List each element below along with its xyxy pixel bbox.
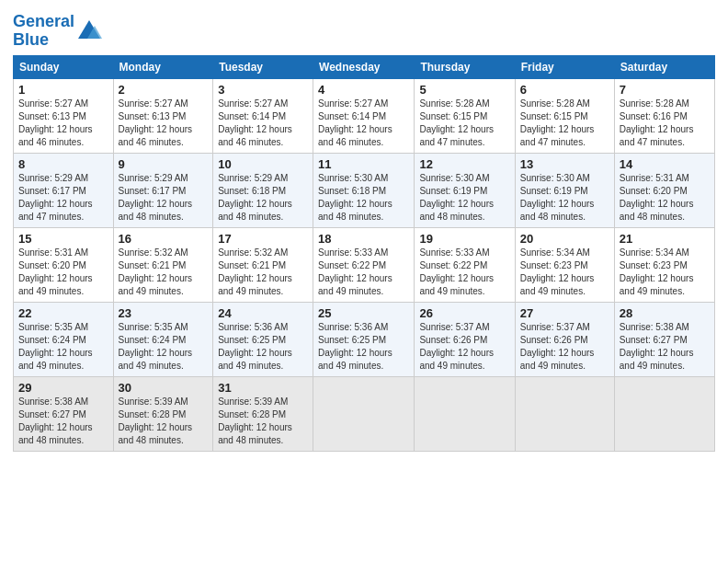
day-number: 5 [419, 83, 509, 97]
table-row: 23 Sunrise: 5:35 AM Sunset: 6:24 PM Dayl… [113, 302, 213, 376]
day-info: Sunrise: 5:32 AM Sunset: 6:21 PM Dayligh… [218, 247, 308, 298]
day-info: Sunrise: 5:33 AM Sunset: 6:22 PM Dayligh… [318, 247, 409, 298]
table-row: 31 Sunrise: 5:39 AM Sunset: 6:28 PM Dayl… [213, 376, 313, 451]
day-number: 9 [119, 157, 209, 171]
table-row: 25 Sunrise: 5:36 AM Sunset: 6:25 PM Dayl… [313, 302, 415, 376]
day-number: 11 [318, 157, 409, 171]
day-info: Sunrise: 5:33 AM Sunset: 6:22 PM Dayligh… [419, 247, 509, 298]
day-number: 30 [119, 381, 209, 395]
table-row: 30 Sunrise: 5:39 AM Sunset: 6:28 PM Dayl… [113, 376, 213, 451]
table-row: 9 Sunrise: 5:29 AM Sunset: 6:17 PM Dayli… [113, 153, 213, 227]
day-info: Sunrise: 5:28 AM Sunset: 6:15 PM Dayligh… [419, 98, 509, 149]
table-row [515, 376, 614, 451]
day-info: Sunrise: 5:36 AM Sunset: 6:25 PM Dayligh… [218, 321, 308, 373]
calendar-week-row: 8 Sunrise: 5:29 AM Sunset: 6:17 PM Dayli… [14, 153, 715, 227]
day-info: Sunrise: 5:29 AM Sunset: 6:17 PM Dayligh… [119, 172, 209, 224]
day-info: Sunrise: 5:28 AM Sunset: 6:16 PM Dayligh… [620, 98, 710, 149]
day-info: Sunrise: 5:35 AM Sunset: 6:24 PM Dayligh… [18, 321, 108, 373]
day-number: 27 [520, 306, 609, 320]
day-number: 19 [419, 232, 509, 246]
day-number: 10 [218, 157, 308, 171]
table-row: 1 Sunrise: 5:27 AM Sunset: 6:13 PM Dayli… [14, 78, 114, 153]
calendar-week-row: 29 Sunrise: 5:38 AM Sunset: 6:27 PM Dayl… [14, 376, 715, 451]
logo-general: General [13, 12, 74, 30]
calendar-week-row: 22 Sunrise: 5:35 AM Sunset: 6:24 PM Dayl… [14, 302, 715, 376]
day-info: Sunrise: 5:34 AM Sunset: 6:23 PM Dayligh… [620, 247, 710, 298]
day-info: Sunrise: 5:37 AM Sunset: 6:26 PM Dayligh… [419, 321, 509, 373]
day-info: Sunrise: 5:38 AM Sunset: 6:27 PM Dayligh… [620, 321, 710, 373]
day-number: 4 [318, 83, 409, 97]
day-number: 23 [119, 306, 209, 320]
day-number: 7 [620, 83, 710, 97]
table-row: 3 Sunrise: 5:27 AM Sunset: 6:14 PM Dayli… [213, 78, 313, 153]
day-info: Sunrise: 5:27 AM Sunset: 6:13 PM Dayligh… [18, 98, 108, 149]
col-wednesday: Wednesday [313, 55, 415, 78]
calendar-week-row: 1 Sunrise: 5:27 AM Sunset: 6:13 PM Dayli… [14, 78, 715, 153]
table-row: 17 Sunrise: 5:32 AM Sunset: 6:21 PM Dayl… [213, 227, 313, 302]
day-number: 16 [119, 232, 209, 246]
day-info: Sunrise: 5:31 AM Sunset: 6:20 PM Dayligh… [18, 247, 108, 298]
day-number: 22 [18, 306, 108, 320]
table-row: 2 Sunrise: 5:27 AM Sunset: 6:13 PM Dayli… [113, 78, 213, 153]
day-info: Sunrise: 5:32 AM Sunset: 6:21 PM Dayligh… [119, 247, 209, 298]
table-row: 4 Sunrise: 5:27 AM Sunset: 6:14 PM Dayli… [313, 78, 415, 153]
table-row: 5 Sunrise: 5:28 AM Sunset: 6:15 PM Dayli… [415, 78, 515, 153]
table-row: 10 Sunrise: 5:29 AM Sunset: 6:18 PM Dayl… [213, 153, 313, 227]
table-row: 22 Sunrise: 5:35 AM Sunset: 6:24 PM Dayl… [14, 302, 114, 376]
table-row: 13 Sunrise: 5:30 AM Sunset: 6:19 PM Dayl… [515, 153, 614, 227]
day-number: 13 [520, 157, 609, 171]
table-row: 6 Sunrise: 5:28 AM Sunset: 6:15 PM Dayli… [515, 78, 614, 153]
logo-text: General Blue [13, 13, 74, 50]
day-info: Sunrise: 5:37 AM Sunset: 6:26 PM Dayligh… [520, 321, 609, 373]
table-row: 15 Sunrise: 5:31 AM Sunset: 6:20 PM Dayl… [14, 227, 114, 302]
table-row: 7 Sunrise: 5:28 AM Sunset: 6:16 PM Dayli… [614, 78, 714, 153]
table-row: 27 Sunrise: 5:37 AM Sunset: 6:26 PM Dayl… [515, 302, 614, 376]
table-row: 20 Sunrise: 5:34 AM Sunset: 6:23 PM Dayl… [515, 227, 614, 302]
day-number: 8 [18, 157, 108, 171]
day-number: 3 [218, 83, 308, 97]
calendar-week-row: 15 Sunrise: 5:31 AM Sunset: 6:20 PM Dayl… [14, 227, 715, 302]
day-number: 14 [620, 157, 710, 171]
day-info: Sunrise: 5:27 AM Sunset: 6:14 PM Dayligh… [218, 98, 308, 149]
table-row: 12 Sunrise: 5:30 AM Sunset: 6:19 PM Dayl… [415, 153, 515, 227]
day-info: Sunrise: 5:28 AM Sunset: 6:15 PM Dayligh… [520, 98, 609, 149]
day-info: Sunrise: 5:39 AM Sunset: 6:28 PM Dayligh… [119, 396, 209, 447]
col-saturday: Saturday [614, 55, 714, 78]
col-thursday: Thursday [415, 55, 515, 78]
day-info: Sunrise: 5:38 AM Sunset: 6:27 PM Dayligh… [18, 396, 108, 447]
day-info: Sunrise: 5:30 AM Sunset: 6:19 PM Dayligh… [520, 172, 609, 224]
day-number: 17 [218, 232, 308, 246]
day-number: 21 [620, 232, 710, 246]
logo-icon [76, 18, 102, 44]
table-row: 19 Sunrise: 5:33 AM Sunset: 6:22 PM Dayl… [415, 227, 515, 302]
logo-blue: Blue [13, 30, 49, 49]
day-info: Sunrise: 5:27 AM Sunset: 6:14 PM Dayligh… [318, 98, 409, 149]
day-info: Sunrise: 5:31 AM Sunset: 6:20 PM Dayligh… [620, 172, 710, 224]
day-info: Sunrise: 5:27 AM Sunset: 6:13 PM Dayligh… [119, 98, 209, 149]
day-number: 31 [218, 381, 308, 395]
table-row [614, 376, 714, 451]
table-row: 16 Sunrise: 5:32 AM Sunset: 6:21 PM Dayl… [113, 227, 213, 302]
day-info: Sunrise: 5:30 AM Sunset: 6:19 PM Dayligh… [419, 172, 509, 224]
day-number: 26 [419, 306, 509, 320]
calendar-header-row: Sunday Monday Tuesday Wednesday Thursday… [14, 55, 715, 78]
table-row: 24 Sunrise: 5:36 AM Sunset: 6:25 PM Dayl… [213, 302, 313, 376]
col-tuesday: Tuesday [213, 55, 313, 78]
day-number: 24 [218, 306, 308, 320]
day-info: Sunrise: 5:29 AM Sunset: 6:17 PM Dayligh… [18, 172, 108, 224]
day-number: 6 [520, 83, 609, 97]
table-row: 11 Sunrise: 5:30 AM Sunset: 6:18 PM Dayl… [313, 153, 415, 227]
table-row [415, 376, 515, 451]
table-row: 28 Sunrise: 5:38 AM Sunset: 6:27 PM Dayl… [614, 302, 714, 376]
table-row: 26 Sunrise: 5:37 AM Sunset: 6:26 PM Dayl… [415, 302, 515, 376]
day-number: 29 [18, 381, 108, 395]
table-row: 8 Sunrise: 5:29 AM Sunset: 6:17 PM Dayli… [14, 153, 114, 227]
day-number: 2 [119, 83, 209, 97]
table-row [313, 376, 415, 451]
day-number: 25 [318, 306, 409, 320]
day-number: 12 [419, 157, 509, 171]
day-info: Sunrise: 5:34 AM Sunset: 6:23 PM Dayligh… [520, 247, 609, 298]
table-row: 18 Sunrise: 5:33 AM Sunset: 6:22 PM Dayl… [313, 227, 415, 302]
table-row: 21 Sunrise: 5:34 AM Sunset: 6:23 PM Dayl… [614, 227, 714, 302]
day-number: 15 [18, 232, 108, 246]
